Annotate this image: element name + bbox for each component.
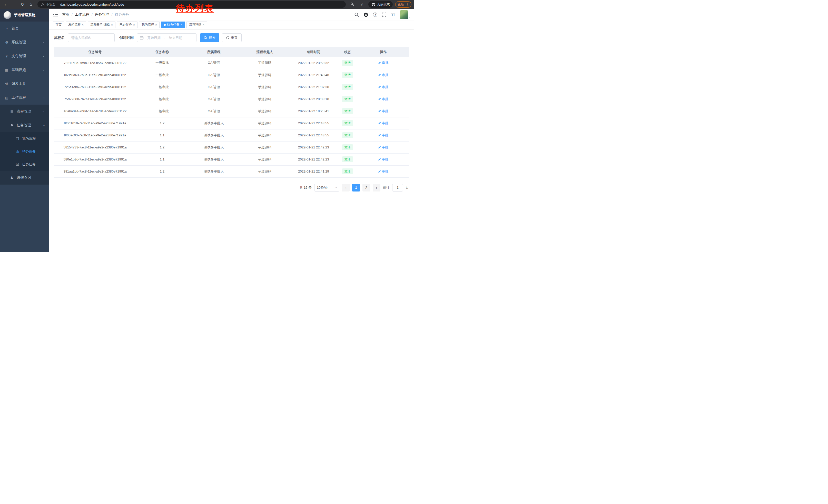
cell-starter: 芋道源码 [240,129,290,141]
close-icon[interactable]: × [155,23,157,27]
sidebar-item-todo-task[interactable]: ◎ 待办任务 [0,145,49,158]
approve-link[interactable]: 审批 [378,60,388,65]
sidebar-item-infrastructure[interactable]: ▦ 基础设施 › [0,63,49,77]
approve-link[interactable]: 审批 [378,145,388,150]
approve-link[interactable]: 审批 [378,109,388,113]
table-row: 580e1b3d-7ac8-11ec-a9e2-a2380e71991a 1.1… [54,153,409,165]
yen-icon: ¥ [5,54,9,58]
security-label: 不安全 [46,2,55,7]
status-badge: 激活 [342,84,353,90]
cell-starter: 芋道源码 [240,93,290,105]
avatar [400,10,408,19]
collapse-sidebar-icon[interactable] [53,12,58,17]
status-badge: 激活 [342,120,353,126]
cell-task-id: 73211d9d-7b9b-11ec-b5b7-acde48001122 [54,57,136,69]
cell-process: OA 请假 [188,69,240,81]
chevron-down-icon: › [42,42,45,43]
breadcrumb-home[interactable]: 首页 [62,12,69,17]
approve-link[interactable]: 审批 [378,121,388,126]
goto-page-input[interactable] [392,184,403,191]
help-icon[interactable]: ? [373,12,377,17]
sidebar-item-workflow[interactable]: ▤ 工作流程 › [0,91,49,104]
search-icon[interactable] [355,12,359,17]
page-button-2[interactable]: 2 [363,184,370,191]
sidebar-item-process-mgmt[interactable]: ≣ 流程管理 › [0,104,49,119]
page-size-select[interactable]: 10条/页 › [314,184,339,191]
sidebar-item-leave-query[interactable]: ♟ 请假查询 [0,171,49,185]
cell-starter: 芋道源码 [240,117,290,129]
approve-link[interactable]: 审批 [378,133,388,138]
tab-done-task[interactable]: 已办任务 × [117,21,137,28]
close-icon[interactable]: × [133,23,135,27]
edit-icon [378,146,381,149]
breadcrumb-task-mgmt[interactable]: 任务管理 [95,12,109,17]
back-icon[interactable]: ← [3,1,10,8]
calendar-icon [140,36,143,40]
sidebar-item-system[interactable]: ⚙ 系统管理 › [0,35,49,49]
url-bar[interactable]: 不安全 dashboard.yudao.iocoder.cn/bpm/task/… [37,1,346,8]
sidebar-item-done-task[interactable]: ☑ 已办任务 [0,158,49,171]
home-icon[interactable]: ⌂ [27,1,34,8]
sidebar-item-my-process[interactable]: ❏ 我的流程 [0,132,49,145]
forward-icon[interactable]: → [11,1,18,8]
next-page-button[interactable]: › [373,184,380,191]
approve-link[interactable]: 审批 [378,85,388,89]
status-badge: 激活 [342,96,353,102]
user-menu[interactable]: › [400,10,410,19]
tab-start-process[interactable]: 发起流程 × [66,21,86,28]
bookmark-star-icon[interactable]: ☆ [359,1,366,8]
cell-task-id: 8f0d1619-7ac8-11ec-a9e2-a2380e71991a [54,117,136,129]
approve-link[interactable]: 审批 [378,169,388,174]
col-task-name: 任务名称 [136,47,188,57]
security-chip[interactable]: 不安全 [41,2,55,7]
tab-process-detail[interactable]: 流程详情 × [187,21,207,28]
table-row: 75d72608-7b7f-11ec-a3c8-acde48001122 一级审… [54,93,409,105]
page-button-1[interactable]: 1 [352,184,360,191]
approve-link[interactable]: 审批 [378,157,388,162]
approve-link[interactable]: 审批 [378,73,388,78]
font-size-icon[interactable]: TT [391,12,395,17]
start-date-input[interactable] [145,36,163,40]
cell-task-id: 381aa1dd-7ac8-11ec-a9e2-a2380e71991a [54,165,136,177]
sidebar-item-task-mgmt[interactable]: ⚑ 任务管理 › [0,119,49,132]
status-badge: 激活 [342,144,353,150]
key-icon[interactable] [349,1,356,8]
prev-page-button[interactable]: ‹ [342,184,349,191]
breadcrumb-workflow[interactable]: 工作流程 [75,12,89,17]
chevron-up-icon: › [42,125,45,126]
search-button[interactable]: 搜索 [200,33,219,42]
edit-icon [378,170,381,173]
gear-icon: ⚙ [5,40,9,44]
tab-todo-task[interactable]: 待办任务 × [161,21,185,28]
table-row: 725a1eb6-7b88-11ec-8ef0-acde48001122 一级审… [54,81,409,93]
app-logo-row[interactable]: 芋道管理系统 [0,9,49,21]
cell-create-time: 2022-01-22 21:37:30 [290,81,337,93]
close-icon[interactable]: × [111,23,113,27]
close-icon[interactable]: × [82,23,84,27]
col-create-time: 创建时间 [290,47,337,57]
cell-task-id: 8f059c03-7ac8-11ec-a9e2-a2380e71991a [54,129,136,141]
approve-link[interactable]: 审批 [378,97,388,101]
reset-button[interactable]: 重置 [222,33,242,42]
browser-update-button[interactable]: 更新 ⋮ [395,1,411,8]
workflow-icon: ▤ [5,96,9,100]
cell-process: 测试多审批人 [188,153,240,165]
reload-icon[interactable]: ↻ [19,1,26,8]
tab-home[interactable]: 首页 [53,21,64,28]
end-date-input[interactable] [166,36,185,40]
close-icon[interactable]: × [203,23,204,27]
sidebar-item-payment[interactable]: ¥ 支付管理 › [0,49,49,63]
tools-icon: ⚒ [5,82,9,86]
sidebar-item-home[interactable]: ◔ 首页 [0,21,49,35]
tab-form-edit[interactable]: 流程表单-编辑 × [88,21,115,28]
close-icon[interactable]: × [180,23,182,27]
date-range-picker[interactable]: - [137,33,197,42]
process-name-input[interactable] [68,33,115,42]
tab-my-process[interactable]: 我的流程 × [139,21,160,28]
breadcrumb-separator: / [112,12,113,17]
active-dot [164,24,166,26]
col-task-id: 任务编号 [54,47,136,57]
sidebar-item-dev-tools[interactable]: ⚒ 研发工具 › [0,77,49,91]
github-icon[interactable] [364,12,368,17]
fullscreen-icon[interactable] [382,12,386,17]
